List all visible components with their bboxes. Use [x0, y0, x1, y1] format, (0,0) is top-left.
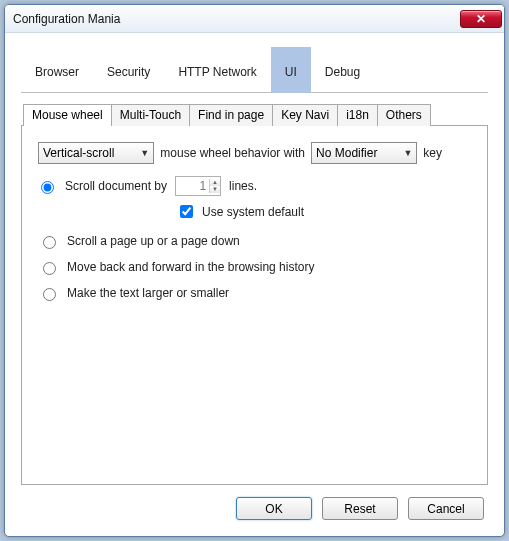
key-suffix: key [423, 146, 442, 160]
radio-label: Move back and forward in the browsing hi… [67, 260, 314, 274]
close-icon: ✕ [476, 12, 486, 26]
stepper-up-icon[interactable]: ▲ [210, 179, 220, 186]
button-label: OK [265, 502, 282, 516]
radio-label: Scroll a page up or a page down [67, 234, 240, 248]
radio-label: Scroll document by [65, 179, 167, 193]
content-area: Browser Security HTTP Network UI Debug M… [5, 33, 504, 536]
tab-label: UI [285, 65, 297, 79]
radio-text-size[interactable] [43, 288, 56, 301]
option-text-size[interactable]: Make the text larger or smaller [38, 285, 473, 301]
subtab-label: Others [386, 108, 422, 122]
main-tab-bar: Browser Security HTTP Network UI Debug [21, 47, 488, 93]
radio-group: Scroll a page up or a page down Move bac… [38, 233, 473, 301]
behavior-text: mouse wheel behavior with [160, 146, 305, 160]
use-system-default-row: Use system default [176, 202, 473, 221]
tab-label: Debug [325, 65, 360, 79]
cancel-button[interactable]: Cancel [408, 497, 484, 520]
use-system-default-label: Use system default [202, 205, 304, 219]
lines-suffix: lines. [229, 179, 257, 193]
stepper-buttons: ▲ ▼ [209, 179, 220, 193]
sub-tab-bar: Mouse wheel Multi-Touch Find in page Key… [23, 103, 488, 125]
subtab-mouse-wheel[interactable]: Mouse wheel [23, 104, 112, 126]
button-label: Cancel [427, 502, 464, 516]
stepper-down-icon[interactable]: ▼ [210, 186, 220, 193]
reset-button[interactable]: Reset [322, 497, 398, 520]
settings-panel: Vertical-scroll ▼ mouse wheel behavior w… [21, 125, 488, 485]
chevron-down-icon: ▼ [140, 148, 149, 158]
titlebar: Configuration Mania ✕ [5, 5, 504, 33]
use-system-default-checkbox[interactable] [180, 205, 193, 218]
subtab-label: Find in page [198, 108, 264, 122]
option-scroll-document[interactable]: Scroll document by 1 ▲ ▼ lines. [36, 176, 473, 196]
radio-label: Make the text larger or smaller [67, 286, 229, 300]
subtab-label: Multi-Touch [120, 108, 181, 122]
window-title: Configuration Mania [13, 12, 460, 26]
select-value: Vertical-scroll [43, 146, 114, 160]
tab-browser[interactable]: Browser [21, 47, 93, 93]
option-page-up-down[interactable]: Scroll a page up or a page down [38, 233, 473, 249]
option-history[interactable]: Move back and forward in the browsing hi… [38, 259, 473, 275]
radio-history[interactable] [43, 262, 56, 275]
dialog-buttons: OK Reset Cancel [21, 485, 488, 524]
stepper-value: 1 [176, 179, 209, 193]
subtab-key-navi[interactable]: Key Navi [272, 104, 338, 126]
subtab-find-in-page[interactable]: Find in page [189, 104, 273, 126]
tab-debug[interactable]: Debug [311, 47, 374, 93]
radio-page-up-down[interactable] [43, 236, 56, 249]
button-label: Reset [344, 502, 375, 516]
subtab-others[interactable]: Others [377, 104, 431, 126]
chevron-down-icon: ▼ [403, 148, 412, 158]
tab-security[interactable]: Security [93, 47, 164, 93]
close-button[interactable]: ✕ [460, 10, 502, 28]
subtab-label: Key Navi [281, 108, 329, 122]
subtab-multi-touch[interactable]: Multi-Touch [111, 104, 190, 126]
tab-label: Security [107, 65, 150, 79]
scroll-direction-select[interactable]: Vertical-scroll ▼ [38, 142, 154, 164]
tab-label: HTTP Network [178, 65, 256, 79]
ok-button[interactable]: OK [236, 497, 312, 520]
subtab-i18n[interactable]: i18n [337, 104, 378, 126]
tab-label: Browser [35, 65, 79, 79]
subtab-label: i18n [346, 108, 369, 122]
lines-stepper[interactable]: 1 ▲ ▼ [175, 176, 221, 196]
tab-http-network[interactable]: HTTP Network [164, 47, 270, 93]
behavior-row: Vertical-scroll ▼ mouse wheel behavior w… [38, 142, 473, 164]
radio-scroll-document[interactable] [41, 181, 54, 194]
modifier-select[interactable]: No Modifier ▼ [311, 142, 417, 164]
dialog-window: Configuration Mania ✕ Browser Security H… [4, 4, 505, 537]
tab-ui[interactable]: UI [271, 47, 311, 93]
subtab-label: Mouse wheel [32, 108, 103, 122]
select-value: No Modifier [316, 146, 377, 160]
